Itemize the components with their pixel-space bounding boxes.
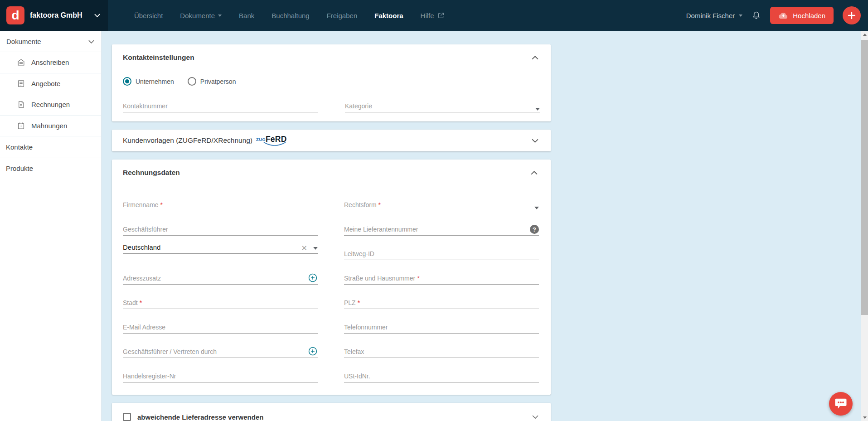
dropdown-caret-icon[interactable] [535,108,540,111]
nav-item-label: Freigaben [327,12,358,19]
sidebar-item-label: Mahnungen [31,122,67,130]
sidebar: Dokumente AnschreibenAngeboteRechnungenM… [0,31,102,421]
sidebar-item-label: Angebote [31,80,60,87]
chevron-down-icon [532,415,539,419]
field-label: PLZ* [344,299,360,306]
radio-privatperson[interactable]: Privatperson [188,77,236,86]
expand-button[interactable] [530,137,540,144]
field-rechtsform[interactable]: Rechtsform* [344,199,539,211]
chevron-down-icon [739,15,742,17]
sidebar-section-dokumente[interactable]: Dokumente [0,31,101,52]
field-telefax[interactable]: Telefax [344,346,539,358]
card-title: Kundenvorlagen (ZUGFeRD/XRechnung) [123,136,252,145]
chevron-down-icon [88,38,95,45]
field-label: Telefonnummer [344,324,388,331]
field-firmenname[interactable]: Firmenname* [123,199,318,211]
field-leitweg-id[interactable]: Leitweg-ID [344,248,539,260]
field-label: USt-IdNr. [344,373,370,380]
user-menu[interactable]: Dominik Fischer [686,12,743,19]
contact-fields: KontaktnummerKategorie [123,101,540,112]
plus-icon [847,10,857,20]
letter-icon [17,58,25,67]
field-label: Kontaktnummer [123,102,168,110]
nav-item-label: Bank [239,12,254,19]
page-scrollbar[interactable] [861,31,868,421]
field-kategorie[interactable]: Kategorie [345,101,540,112]
faktoora-logo: d [6,6,24,24]
sidebar-item-kontakte[interactable]: Kontakte [0,136,101,158]
sidebar-item-label: Kontakte [6,143,33,151]
field-adresszusatz[interactable]: Adresszusatz [123,273,318,285]
field-e-mail-adresse[interactable]: E-Mail Adresse [123,322,318,334]
dropdown-caret-icon[interactable] [313,247,318,250]
zugferd-arc [263,141,286,147]
sidebar-item-angebote[interactable]: Angebote [0,73,101,95]
nav-item-label: Hilfe [421,12,434,19]
expand-button[interactable] [531,414,540,420]
nav-item-label: Übersicht [134,12,163,19]
card-title: Rechnungsdaten [123,169,180,177]
radio-icon [188,77,196,86]
company-switcher[interactable]: d faktoora GmbH [0,0,108,31]
field-straße-und-hausnummer[interactable]: Straße und Hausnummer* [344,273,539,285]
scrollbar-thumb[interactable] [861,40,868,315]
field-plz[interactable]: PLZ* [344,297,539,309]
field-kontaktnummer[interactable]: Kontaktnummer [123,101,318,112]
field-telefonnummer[interactable]: Telefonnummer [344,322,539,334]
nav-item-bank[interactable]: Bank [239,12,254,19]
field-deutschland[interactable]: Deutschland✕ [123,242,318,254]
required-asterisk: * [358,299,360,306]
nav-item-freigaben[interactable]: Freigaben [327,12,358,19]
field-ust-idnr[interactable]: USt-IdNr. [344,371,539,382]
scroll-up-arrow[interactable] [861,31,868,38]
help-icon[interactable]: ? [530,225,539,234]
invoice-icon [17,100,25,109]
collapse-button[interactable] [530,54,540,61]
field-meine-lieferantennummer[interactable]: Meine Lieferantennummer? [344,224,539,236]
chevron-down-icon [94,11,101,19]
top-nav: ÜbersichtDokumenteBankBuchhaltungFreigab… [134,12,445,19]
external-link-icon [437,12,445,19]
sidebar-items: AnschreibenAngeboteRechnungenMahnungen [0,52,101,136]
field-label: Rechtsform* [344,201,381,208]
nav-item-faktoora[interactable]: Faktoora [374,12,403,19]
sidebar-item-mahnungen[interactable]: Mahnungen [0,116,101,137]
sidebar-section-label: Dokumente [6,38,41,45]
field-value: Deutschland [123,243,160,251]
topbar-right: Dominik Fischer Hochladen [686,6,868,24]
clear-icon[interactable]: ✕ [301,245,307,252]
field-geschäftsführer[interactable]: Geschäftsführer [123,224,318,236]
delivery-address-checkbox[interactable] [123,413,131,421]
scroll-down-arrow[interactable] [861,414,868,421]
dropdown-caret-icon[interactable] [534,207,539,209]
upload-button[interactable]: Hochladen [770,7,834,24]
nav-item-buchhaltung[interactable]: Buchhaltung [272,12,309,19]
zugferd-logo-ferd: FeRD [266,135,287,144]
collapse-button[interactable] [529,169,539,176]
sidebar-item-rechnungen[interactable]: Rechnungen [0,94,101,116]
chevron-up-icon [530,170,538,175]
field-label: Meine Lieferantennummer [344,226,418,233]
nav-item-label: Buchhaltung [272,12,309,19]
reminder-icon [17,121,25,130]
field-stadt[interactable]: Stadt* [123,297,318,309]
add-new-button[interactable] [843,6,861,24]
add-entry-icon[interactable] [308,273,318,283]
sidebar-item-produkte[interactable]: Produkte [0,158,101,179]
add-entry-icon[interactable] [308,346,318,356]
field-handelsregister-nr[interactable]: Handelsregister-Nr [123,371,318,382]
radio-label: Unternehmen [136,78,174,85]
sidebar-item-anschreiben[interactable]: Anschreiben [0,52,101,73]
chevron-down-icon [531,138,539,143]
nav-item-hilfe[interactable]: Hilfe [421,12,445,19]
chat-support-button[interactable] [829,392,853,416]
field-geschäftsführer-vertreten-durch[interactable]: Geschäftsführer / Vertreten durch [123,346,318,358]
radio-unternehmen[interactable]: Unternehmen [123,77,174,86]
notifications-bell-icon[interactable] [752,10,761,20]
nav-item-übersicht[interactable]: Übersicht [134,12,163,19]
invoice-form-left-column: Firmenname*GeschäftsführerDeutschland✕Ad… [123,199,318,382]
nav-item-dokumente[interactable]: Dokumente [180,12,222,19]
required-asterisk: * [378,201,381,208]
contact-type-radio-group: UnternehmenPrivatperson [123,77,540,86]
field-label: E-Mail Adresse [123,324,165,331]
